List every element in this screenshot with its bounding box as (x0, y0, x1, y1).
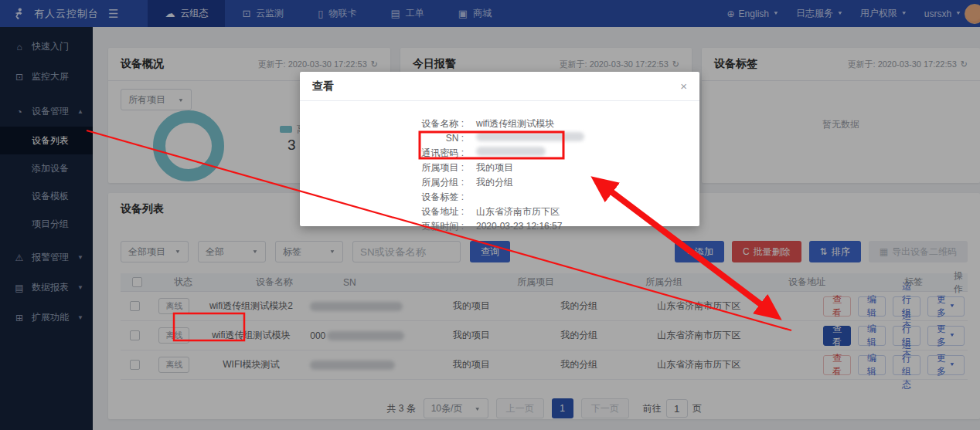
field-label: 所属分组 : (300, 175, 464, 190)
group-value: 我的分组 (476, 175, 513, 190)
project-value: 我的项目 (476, 161, 513, 175)
field-label: 设备标签 : (300, 190, 464, 205)
field-label: 设备名称 : (300, 117, 464, 131)
password-redacted (476, 147, 546, 156)
address-value: 山东省济南市历下区 (476, 205, 560, 219)
modal-title: 查看 (312, 80, 334, 93)
device-name-value: wifi透传组测试模块 (476, 117, 554, 131)
field-label: 通讯密码 : (300, 146, 464, 161)
close-icon[interactable]: × (680, 80, 687, 93)
field-label: SN : (300, 131, 464, 146)
view-device-modal: 查看 × 设备名称 :wifi透传组测试模块 SN : 通讯密码 : 所属项目 … (300, 72, 699, 226)
field-label: 设备地址 : (300, 205, 464, 219)
field-label: 所属项目 : (300, 161, 464, 175)
update-time-value: 2020-03-23 12:16:57 (476, 219, 562, 234)
field-label: 更新时间 : (300, 219, 464, 234)
sn-redacted (476, 132, 584, 141)
